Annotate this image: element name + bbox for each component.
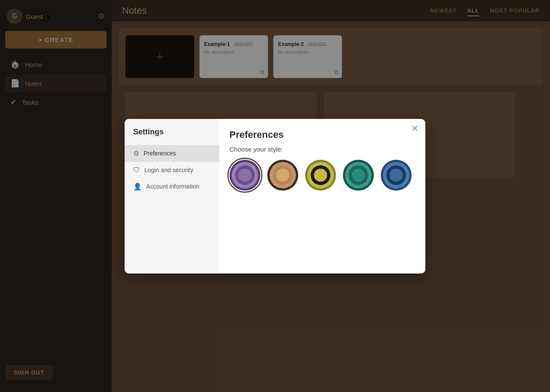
preferences-title: Preferences	[229, 129, 415, 140]
settings-modal: Settings ⚙ Preferences 🛡 Login and secur…	[125, 119, 425, 273]
style-option-purple[interactable]	[229, 160, 260, 191]
style-options	[229, 160, 415, 191]
modal-nav-label: Login and security	[144, 167, 193, 173]
modal-nav-preferences[interactable]: ⚙ Preferences	[125, 145, 219, 162]
style-option-blue[interactable]	[381, 160, 412, 191]
choose-style-label: Choose your style:	[229, 146, 415, 153]
shield-icon: 🛡	[133, 166, 140, 174]
modal-main-content: ✕ Preferences Choose your style:	[219, 119, 425, 273]
modal-title: Settings	[125, 128, 219, 145]
style-option-teal[interactable]	[343, 160, 374, 191]
style-option-tan[interactable]	[267, 160, 298, 191]
person-icon: 👤	[133, 182, 142, 191]
modal-nav-account-info[interactable]: 👤 Account information	[125, 178, 219, 195]
modal-sidebar: Settings ⚙ Preferences 🛡 Login and secur…	[125, 119, 219, 273]
style-option-olive[interactable]	[305, 160, 336, 191]
modal-nav-label: Account information	[146, 183, 199, 190]
preferences-icon: ⚙	[133, 149, 139, 158]
modal-nav-login-security[interactable]: 🛡 Login and security	[125, 162, 219, 178]
modal-overlay[interactable]: Settings ⚙ Preferences 🛡 Login and secur…	[0, 0, 550, 392]
modal-nav-label: Preferences	[144, 150, 176, 157]
close-button[interactable]: ✕	[411, 124, 419, 133]
